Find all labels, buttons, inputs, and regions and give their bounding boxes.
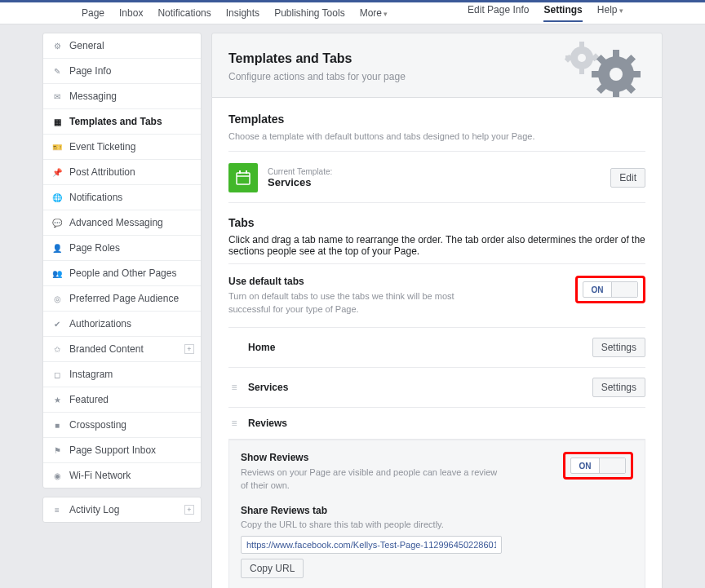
- nav-help[interactable]: Help: [597, 4, 623, 22]
- nav-notifications[interactable]: Notifications: [157, 7, 211, 19]
- svg-rect-13: [632, 71, 641, 77]
- sidebar-activity-log[interactable]: ≡ Activity Log +: [43, 497, 201, 522]
- sidebar-item-crossposting[interactable]: ■Crossposting: [43, 413, 201, 438]
- person-icon: 👤: [51, 242, 63, 254]
- toggle-knob: [611, 282, 637, 297]
- sidebar-item-label: Page Roles: [69, 242, 120, 254]
- sidebar-item-preferred-page-audience[interactable]: ◎Preferred Page Audience: [43, 286, 201, 312]
- top-nav: Page Inbox Notifications Insights Publis…: [0, 0, 705, 24]
- sidebar-item-label: Event Ticketing: [69, 141, 135, 153]
- nav-insights[interactable]: Insights: [226, 7, 259, 19]
- page-header: Templates and Tabs Configure actions and…: [211, 33, 663, 98]
- svg-point-9: [610, 68, 623, 81]
- share-reviews-title: Share Reviews tab: [241, 505, 633, 516]
- svg-point-1: [578, 54, 586, 62]
- sidebar-item-label: Preferred Page Audience: [69, 293, 179, 304]
- top-nav-left: Page Inbox Notifications Insights Publis…: [82, 7, 388, 19]
- sidebar-item-wi-fi-network[interactable]: ◉Wi-Fi Network: [43, 463, 201, 488]
- sidebar-item-instagram[interactable]: ◻Instagram: [43, 362, 201, 387]
- sidebar-item-post-attribution[interactable]: 📌Post Attribution: [43, 160, 201, 185]
- chat-icon: 💬: [51, 217, 63, 228]
- show-reviews-desc: Reviews on your Page are visible and peo…: [241, 466, 502, 492]
- sidebar-item-label: Post Attribution: [69, 166, 135, 178]
- sidebar-item-label: Wi-Fi Network: [69, 470, 131, 481]
- sidebar-item-notifications[interactable]: 🌐Notifications: [43, 185, 201, 210]
- show-reviews-toggle[interactable]: ON: [570, 458, 626, 474]
- tab-name: Reviews: [248, 418, 645, 429]
- sidebar-item-label: Authorizations: [69, 318, 131, 329]
- sidebar-item-label: Notifications: [69, 192, 122, 203]
- tabs-heading: Tabs: [228, 216, 645, 229]
- toggle-on-label: ON: [571, 462, 599, 471]
- expand-icon: +: [184, 344, 194, 354]
- drag-handle-icon[interactable]: ≡: [228, 418, 240, 429]
- tab-row-reviews: ≡Reviews: [228, 408, 645, 440]
- use-default-tabs-toggle[interactable]: ON: [583, 281, 638, 298]
- svg-rect-2: [579, 42, 584, 48]
- sidebar-item-label: Featured: [69, 394, 109, 405]
- nav-edit-page-info[interactable]: Edit Page Info: [468, 4, 529, 22]
- highlight-default-toggle: ON: [575, 276, 645, 303]
- nav-publishing-tools[interactable]: Publishing Tools: [274, 7, 345, 19]
- highlight-reviews-toggle: ON: [563, 452, 633, 480]
- expand-icon: +: [184, 505, 194, 515]
- sidebar-item-page-support-inbox[interactable]: ⚑Page Support Inbox: [43, 438, 201, 463]
- show-reviews-title: Show Reviews: [241, 452, 502, 463]
- svg-rect-20: [239, 170, 241, 174]
- template-calendar-icon: [228, 163, 258, 192]
- sidebar-item-people-and-other-pages[interactable]: 👥People and Other Pages: [43, 261, 201, 286]
- svg-rect-18: [237, 173, 250, 184]
- flag-icon: ⚑: [51, 444, 63, 456]
- envelope-icon: ✉: [51, 91, 63, 102]
- sidebar-item-authorizations[interactable]: ✔Authorizations: [43, 312, 201, 337]
- edit-template-button[interactable]: Edit: [610, 168, 645, 188]
- ticket-icon: 🎫: [51, 141, 63, 153]
- main-content: Templates and Tabs Configure actions and…: [211, 33, 663, 588]
- share-reviews-desc: Copy the URL to share this tab with peop…: [241, 519, 633, 529]
- svg-rect-21: [246, 170, 247, 174]
- copy-url-button[interactable]: Copy URL: [241, 559, 304, 578]
- globe-icon: 🌐: [51, 192, 63, 203]
- tab-settings-button[interactable]: Settings: [592, 338, 645, 357]
- sidebar-item-label: Instagram: [69, 369, 113, 380]
- wifi-icon: ◉: [51, 470, 63, 481]
- nav-more[interactable]: More: [360, 7, 388, 19]
- pencil-icon: ✎: [51, 65, 63, 77]
- sidebar-item-general[interactable]: ⚙General: [43, 33, 201, 59]
- sidebar-item-featured[interactable]: ★Featured: [43, 387, 201, 413]
- drag-handle-icon[interactable]: ≡: [228, 382, 240, 393]
- svg-rect-10: [613, 50, 619, 58]
- top-nav-right: Edit Page Info Settings Help: [468, 4, 623, 22]
- sidebar-item-label: General: [69, 40, 104, 51]
- sidebar-item-page-info[interactable]: ✎Page Info: [43, 59, 201, 84]
- nav-inbox[interactable]: Inbox: [119, 7, 143, 19]
- tab-name: Services: [248, 382, 584, 393]
- sidebar-item-label: Branded Content: [69, 343, 144, 355]
- use-default-desc: Turn on default tabs to use the tabs we …: [228, 290, 490, 316]
- sidebar-item-branded-content[interactable]: ✩Branded Content+: [43, 337, 201, 362]
- templates-heading: Templates: [228, 113, 645, 126]
- nav-page[interactable]: Page: [82, 7, 104, 19]
- sidebar-item-label: Messaging: [69, 91, 117, 102]
- svg-rect-12: [592, 71, 600, 77]
- toggle-knob: [599, 458, 625, 473]
- sidebar-item-label: Page Info: [69, 65, 111, 77]
- nav-settings[interactable]: Settings: [543, 4, 582, 22]
- sidebar-item-label: People and Other Pages: [69, 267, 176, 279]
- tab-name: Home: [248, 342, 584, 353]
- target-icon: ◎: [51, 293, 63, 304]
- tabs-desc: Click and drag a tab name to rearrange t…: [228, 234, 645, 257]
- sidebar-item-label: Advanced Messaging: [69, 217, 163, 228]
- sidebar-item-event-ticketing[interactable]: 🎫Event Ticketing: [43, 135, 201, 160]
- sidebar-item-templates-and-tabs[interactable]: ▦Templates and Tabs: [43, 109, 201, 135]
- sidebar-item-page-roles[interactable]: 👤Page Roles: [43, 236, 201, 261]
- tab-settings-button[interactable]: Settings: [592, 378, 645, 397]
- sidebar-item-label: Page Support Inbox: [69, 444, 156, 456]
- sidebar-item-advanced-messaging[interactable]: 💬Advanced Messaging: [43, 210, 201, 236]
- sidebar-item-label: Templates and Tabs: [69, 116, 162, 127]
- reviews-url-input[interactable]: [241, 536, 502, 554]
- star-icon: ★: [51, 394, 63, 405]
- reviews-settings-panel: Show Reviews Reviews on your Page are vi…: [228, 440, 645, 588]
- sidebar-item-messaging[interactable]: ✉Messaging: [43, 84, 201, 109]
- templates-section: Templates Choose a template with default…: [228, 98, 645, 152]
